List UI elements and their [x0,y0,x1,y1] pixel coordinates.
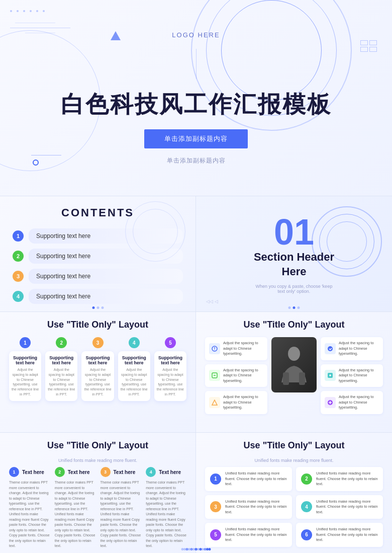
text-item-2: 2 Text here Theme color makes PPT more c… [55,467,95,549]
item-card-1: 1 Supporting text here Adjust the spacin… [9,337,41,401]
section-subtext: When you copy & paste, choose 'keep text… [254,284,334,294]
right-icon-3 [325,397,336,408]
contents-item-3: 3 Supporting text here [13,269,183,284]
contents-num-2: 2 [13,251,24,262]
list-row-3: 3 Unified fonts make reading more fluent… [205,495,292,519]
slide7-nav [196,548,211,550]
item-badge-2: 2 [56,337,67,348]
text-num-2: 2 [55,467,65,477]
contents-bar-3: Supporting text here [29,269,183,284]
six-list-container: 1 Unified fonts make reading more fluent… [205,467,383,547]
text-item-2-header: 2 Text here [55,467,95,477]
tech-line-2 [15,23,55,23]
svg-point-9 [328,346,333,351]
text-item-4: 4 Text here Theme color makes PPT more c… [146,467,186,549]
tech-line-1 [10,28,70,28]
left-icon-3 [209,397,220,408]
center-image [271,337,317,392]
nav-dot-2 [96,306,99,309]
text-num-1: 1 [9,467,19,477]
contents-bar-4: Supporting text here [29,289,183,304]
slide4-title: Use "Title Only" Layout [9,320,186,330]
slide2-nav [92,306,104,309]
dots-grid [10,10,47,12]
slide7-subtitle: Unified fonts make reading more fluent. [205,458,383,463]
text-item-3: 3 Text here Theme color makes PPT more c… [101,467,141,549]
left-icon-2 [209,370,220,381]
svg-point-2 [214,349,215,350]
svg-rect-8 [299,372,305,385]
item-card-3: 3 Supporting text here Adjust the spacin… [81,337,114,401]
subtitle-button[interactable]: 单击添加副标题内容 [144,129,248,148]
list-num-6: 6 [301,529,312,540]
item-box-5: Supporting text here Adjust the spacing … [154,351,186,401]
slide-four-text: Use "Title Only" Layout Unified fonts ma… [0,433,196,553]
item-badge-5: 5 [165,337,176,348]
list-row-2: 2 Unified fonts make reading more fluent… [296,467,383,491]
list-row-5: 5 Unified fonts make reading more fluent… [205,523,292,547]
contents-num-1: 1 [13,230,24,242]
item-box-4: Supporting text here Adjust the spacing … [118,351,150,401]
slide-cover: LOGO HERE 白色科技风工作汇报模板 单击添加副标题内容 单击添加副标题内… [0,0,392,196]
list-num-3: 3 [210,501,221,512]
item-box-2: Supporting text here Adjust the spacing … [45,351,77,401]
nav-dot-29 [209,548,211,550]
text-num-3: 3 [101,467,111,477]
section-header: Section HeaderHere [254,250,334,279]
right-icon-1 [325,343,336,354]
subtitle-text: 单击添加副标题内容 [167,156,226,165]
center-image-inner [271,337,317,392]
deco-vline [196,49,197,79]
list-row-6: 6 Unified fonts make reading more fluent… [296,523,383,547]
nav-dot-27 [200,548,202,550]
slide-six-list: Use "Title Only" Layout Unified fonts ma… [196,433,392,553]
list-num-4: 4 [301,501,312,512]
text-item-1: 1 Text here Theme color makes PPT more c… [9,467,50,549]
logo-text: LOGO HERE [172,31,220,39]
left-icon-1 [209,343,220,354]
item-card-2: 2 Supporting text here Adjust the spacin… [45,337,77,401]
text-num-4: 4 [146,467,156,477]
left-info-1: Adjust the spacing to adapt to Chinese t… [205,337,267,360]
nav-dot-26 [196,548,198,550]
slide-five-items: Use "Title Only" Layout 1 Supporting tex… [0,312,196,433]
slide6-title: Use "Title Only" Layout [9,440,186,451]
circuit-line [31,155,61,155]
right-info-2: Adjust the spacing to adapt to Chinese t… [321,364,383,387]
item-card-4: 4 Supporting text here Adjust the spacin… [118,337,150,401]
nav-dot-4 [288,306,291,309]
text-item-1-header: 1 Text here [9,467,50,477]
four-items-container: 1 Text here Theme color makes PPT more c… [9,467,186,549]
nav-dot-5 [293,306,296,309]
text-item-4-header: 4 Text here [146,467,186,477]
slide5-title: Use "Title Only" Layout [205,320,383,330]
deco-arrows: ◁◁ ◁ [206,299,218,304]
svg-marker-5 [212,400,217,405]
list-row-4: 4 Unified fonts make reading more fluent… [296,495,383,519]
nav-dot-6 [298,306,300,309]
section-number: 01 [274,214,314,250]
five-items-container: 1 Supporting text here Adjust the spacin… [9,337,186,401]
tech-squares [360,40,377,52]
slide-section01: ◁◁ ◁ 01 Section HeaderHere When you copy… [196,196,392,312]
svg-point-6 [288,347,300,361]
left-info-3: Adjust the spacing to adapt to Chinese t… [205,391,267,414]
nav-dot-3 [101,306,104,309]
right-info-1: Adjust the spacing to adapt to Chinese t… [321,337,383,360]
slide-image-layout: Use "Title Only" Layout Adjust the spaci… [196,312,392,433]
left-info-2: Adjust the spacing to adapt to Chinese t… [205,364,267,387]
main-title: 白色科技风工作汇报模板 [61,89,332,120]
item-box-3: Supporting text here Adjust the spacing … [81,351,114,401]
right-icon-2 [325,370,336,381]
item-badge-1: 1 [20,337,31,348]
item-box-1: Supporting text here Adjust the spacing … [9,351,41,401]
right-info-3: Adjust the spacing to adapt to Chinese t… [321,391,383,414]
slide3-nav [288,306,300,309]
slide-contents: CONTENTS 1 Supporting text here 2 Suppor… [0,196,196,312]
list-num-5: 5 [210,529,221,540]
svg-rect-7 [283,372,289,385]
slide7-title: Use "Title Only" Layout [205,440,383,451]
list-num-1: 1 [210,473,221,485]
nav-dot-28 [204,548,207,550]
contents-num-4: 4 [13,291,24,302]
